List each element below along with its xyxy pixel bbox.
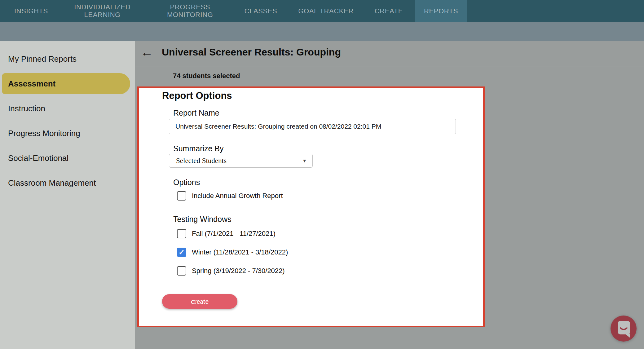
spring-window-row[interactable]: Spring (3/19/2022 - 7/30/2022) <box>177 266 483 276</box>
summarize-by-selected-value: Selected Students <box>176 157 302 165</box>
winter-window-label[interactable]: Winter (11/28/2021 - 3/18/2022) <box>192 248 288 256</box>
sidebar-item-assessment[interactable]: Assessment <box>2 73 130 94</box>
spring-window-label[interactable]: Spring (3/19/2022 - 7/30/2022) <box>192 267 285 275</box>
chevron-down-icon: ▼ <box>302 158 307 163</box>
report-options-panel: Report Options Report Name Summarize By … <box>137 86 485 327</box>
nav-item-goal-tracker[interactable]: GOAL TRACKER <box>289 0 362 22</box>
chat-bubble-icon <box>611 338 637 342</box>
header-divider <box>135 67 644 67</box>
chat-launcher-button[interactable] <box>611 316 637 342</box>
summarize-by-select[interactable]: Selected Students ▼ <box>169 154 313 168</box>
nav-item-insights[interactable]: INSIGHTS <box>6 0 57 22</box>
spring-window-checkbox[interactable] <box>177 266 186 276</box>
include-annual-growth-checkbox[interactable] <box>177 191 186 201</box>
fall-window-row[interactable]: Fall (7/1/2021 - 11/27/2021) <box>177 229 483 238</box>
page-title: Universal Screener Results: Grouping <box>162 46 341 58</box>
nav-item-create[interactable]: CREATE <box>366 0 412 22</box>
winter-window-row[interactable]: ✓ Winter (11/28/2021 - 3/18/2022) <box>177 248 483 257</box>
include-annual-growth-row[interactable]: Include Annual Growth Report <box>177 191 483 201</box>
sidebar-item-social-emotional[interactable]: Social-Emotional <box>0 146 135 170</box>
fall-window-label[interactable]: Fall (7/1/2021 - 11/27/2021) <box>192 230 276 238</box>
sidebar-item-progress-monitoring[interactable]: Progress Monitoring <box>0 121 135 146</box>
back-arrow-icon: ← <box>141 45 153 59</box>
sub-header-strip <box>0 22 644 41</box>
nav-item-classes[interactable]: CLASSES <box>236 0 286 22</box>
nav-item-progress-monitoring[interactable]: PROGRESS MONITORING <box>148 0 232 22</box>
panel-heading: Report Options <box>162 90 483 101</box>
check-icon: ✓ <box>179 249 185 256</box>
nav-item-reports[interactable]: REPORTS <box>415 0 467 22</box>
options-label: Options <box>173 178 483 187</box>
students-selected-text: 74 students selected <box>173 72 240 80</box>
sidebar-item-my-pinned-reports[interactable]: My Pinned Reports <box>0 46 135 71</box>
summarize-by-label: Summarize By <box>173 144 483 153</box>
back-button[interactable]: ← <box>140 45 154 59</box>
nav-item-individualized-learning[interactable]: INDIVIDUALIZED LEARNING <box>60 0 144 22</box>
testing-windows-label: Testing Windows <box>173 215 483 224</box>
report-name-label: Report Name <box>173 108 483 117</box>
app-screen: INSIGHTS INDIVIDUALIZED LEARNING PROGRES… <box>0 0 644 349</box>
sidebar-item-instruction[interactable]: Instruction <box>0 96 135 121</box>
fall-window-checkbox[interactable] <box>177 229 186 238</box>
report-name-input[interactable] <box>169 119 456 134</box>
create-button[interactable]: create <box>162 294 237 309</box>
winter-window-checkbox[interactable]: ✓ <box>177 248 186 257</box>
include-annual-growth-label[interactable]: Include Annual Growth Report <box>192 192 283 200</box>
top-navigation: INSIGHTS INDIVIDUALIZED LEARNING PROGRES… <box>0 0 644 22</box>
sidebar-item-classroom-management[interactable]: Classroom Management <box>0 170 135 195</box>
sidebar: My Pinned Reports Assessment Instruction… <box>0 41 135 349</box>
